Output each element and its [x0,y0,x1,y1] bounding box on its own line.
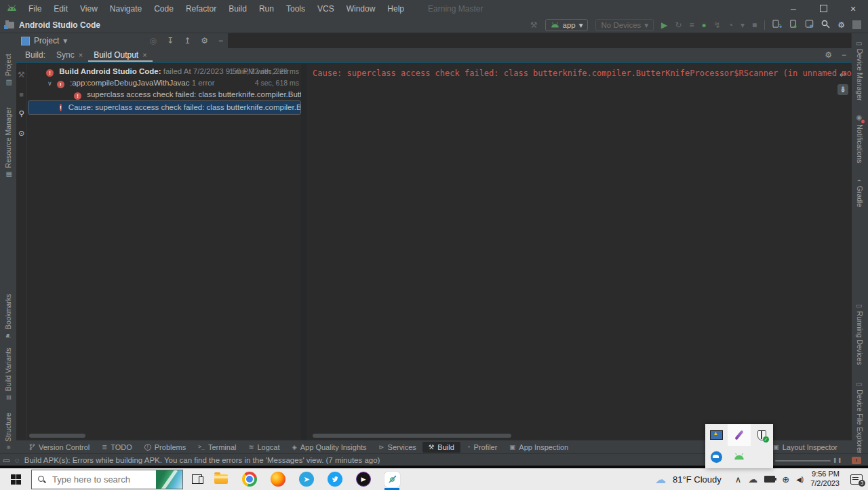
tray-android-emulator-icon[interactable] [728,446,750,468]
sidebar-item-device-manager[interactable]: ▯Device Manager [852,37,868,105]
menu-refactor[interactable]: Refactor [180,4,222,14]
taskbar-search[interactable] [31,470,156,489]
pin-icon[interactable]: ⚲ [18,109,24,118]
tab-services[interactable]: ⊳Services [373,442,422,453]
sidebar-item-build-variants[interactable]: ≣Build Variants [0,348,16,400]
menu-vcs[interactable]: VCS [311,4,340,14]
menu-run[interactable]: Run [253,4,280,14]
build-hammer-icon[interactable]: ⚒ [530,21,538,29]
project-panel-title[interactable]: Project [34,36,59,45]
menu-build[interactable]: Build [222,4,253,14]
sidebar-item-bookmarks[interactable]: ⚑Bookmarks [0,294,16,339]
search-highlight-image[interactable] [156,470,183,489]
event-log-icon[interactable]: ! [852,457,861,464]
sdk-manager-icon[interactable] [805,20,814,30]
search-input[interactable] [51,474,142,485]
profiler-icon[interactable]: ◔ [728,21,733,29]
tray-cloud-app-icon[interactable] [705,446,728,468]
tab-build[interactable]: ⚒Build [422,442,460,453]
close-tab-icon[interactable]: × [79,51,83,59]
stop-build-icon[interactable]: ■ [19,90,24,98]
tab-problems[interactable]: !Problems [138,442,192,453]
tab-app-inspection[interactable]: ▣App Inspection [503,442,574,453]
tab-todo[interactable]: ≣TODO [96,442,138,453]
sidebar-item-running-devices[interactable]: ▯Running Devices [852,297,868,373]
speaker-icon[interactable]: ◀) [796,476,804,483]
tab-app-quality-insights[interactable]: ◈App Quality Insights [285,442,372,453]
taskbar-android-studio[interactable] [378,468,406,490]
run-button[interactable]: ▶ [661,21,667,29]
tray-expand-chevron-icon[interactable]: ∧ [735,474,742,485]
tree-row-error[interactable]: ! superclass access check failed: class … [28,89,301,100]
battery-icon[interactable] [764,476,775,483]
tree-row-root[interactable]: ! Build Android Studio Code: failed At 7… [28,66,301,77]
onedrive-cloud-icon[interactable]: ☁ [748,474,757,485]
tab-layout-inspector[interactable]: ▣Layout Inspector [767,442,844,453]
locate-target-icon[interactable]: ◎ [150,36,157,45]
chevron-down-icon[interactable]: ▾ [741,21,745,29]
hide-panel-icon[interactable]: − [218,36,223,45]
panel-gear-icon[interactable]: ⚙ [201,36,208,45]
sidebar-item-resource-manager[interactable]: ▦Resource Manager [0,102,16,183]
device-manager-icon[interactable] [772,20,782,30]
tray-defender-shield-icon[interactable] [751,424,773,446]
menu-navigate[interactable]: Navigate [104,4,148,14]
menu-edit[interactable]: Edit [47,4,74,14]
collapse-all-icon[interactable]: ↥ [184,36,191,45]
sidebar-item-project[interactable]: ▤Project [0,48,16,92]
action-center-icon[interactable]: 3 [850,474,863,485]
tab-terminal[interactable]: >_Terminal [192,442,242,453]
pause-process-icon[interactable]: ❚❚ [833,457,842,463]
network-globe-icon[interactable]: ⊕ [782,474,789,485]
status-message[interactable]: Build APK(s): Errors while building APK.… [24,456,380,464]
chevron-down-icon[interactable]: ▾ [63,36,67,45]
minimize-button[interactable]: – [778,3,808,14]
stop-button[interactable]: ■ [752,21,757,29]
sidebar-item-device-file-explorer[interactable]: ▯Device File Explorer [852,375,868,461]
tray-pen-icon[interactable] [728,424,750,446]
settings-gear-icon[interactable]: ⚙ [837,21,845,29]
soft-wrap-icon[interactable]: ↩ [840,70,846,79]
build-panel-hide-icon[interactable]: − [842,50,846,60]
filter-eye-icon[interactable]: ⊙ [18,129,24,138]
apply-changes-icon[interactable]: ↻ [675,21,682,29]
menu-help[interactable]: Help [381,4,410,14]
run-configurations-icon[interactable]: ≡ [689,21,694,29]
run-config-select[interactable]: app ▾ [545,19,589,31]
taskbar-file-explorer[interactable] [207,468,235,490]
restart-build-hammer-icon[interactable]: ⚒ [18,70,25,79]
weather-cloud-icon[interactable]: ☁ [655,473,666,486]
menu-tools[interactable]: Tools [280,4,311,14]
scroll-to-end-icon[interactable]: ⇟ [837,84,848,95]
tab-build-output[interactable]: Build Output× [88,48,152,62]
tree-row-cause-selected[interactable]: ! Cause: superclass access check failed:… [28,100,301,115]
tree-row-task[interactable]: ∨ ! :app:compileDebugJavaWithJavac 1 err… [28,77,301,89]
weather-text[interactable]: 81°F Cloudy [673,474,722,485]
debug-bug-icon[interactable]: ● [701,21,706,29]
tree-horizontal-scrollbar[interactable] [29,434,85,438]
taskbar-firefox[interactable] [264,468,292,490]
sidebar-item-notifications[interactable]: ◉Notifications [852,109,868,170]
taskbar-chrome[interactable] [235,468,264,490]
taskbar-twitter[interactable] [321,468,349,490]
tab-profiler[interactable]: ◔Profiler [460,442,504,453]
menu-window[interactable]: Window [340,4,382,14]
taskbar-telegram[interactable]: ➤ [292,468,321,490]
menu-code[interactable]: Code [148,4,180,14]
maximize-button[interactable] [808,3,838,14]
build-panel-gear-icon[interactable]: ⚙ [825,50,832,60]
start-button[interactable] [0,468,31,490]
task-view-button[interactable] [192,474,203,484]
tab-logcat[interactable]: ≋Logcat [242,442,285,453]
console-horizontal-scrollbar[interactable] [313,434,511,438]
sidebar-item-gradle[interactable]: ◖Gradle [852,171,868,214]
close-tab-icon[interactable]: × [142,51,146,59]
menu-file[interactable]: File [22,4,47,14]
frame-icon[interactable]: ▭ [3,455,10,465]
avatar-placeholder[interactable] [852,20,861,29]
tray-monitor-warning-icon[interactable] [705,424,728,446]
sidebar-item-structure[interactable]: ≡Structure [0,407,16,455]
taskbar-media-player[interactable]: ▶ [349,468,378,490]
taskbar-clock[interactable]: 9:56 PM 7/2/2023 [810,470,840,489]
tab-version-control[interactable]: Version Control [23,442,96,453]
